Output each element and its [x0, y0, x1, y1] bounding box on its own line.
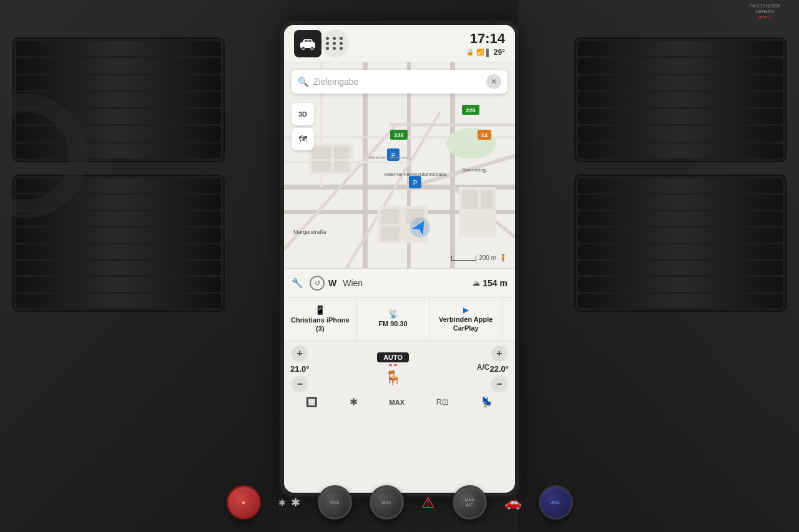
media-item-fm[interactable]: 📡 FM 90.30 — [357, 298, 430, 340]
left-temp-minus[interactable]: − — [292, 376, 308, 392]
svg-text:Margelstraße: Margelstraße — [293, 229, 326, 235]
main-screen: 17:14 🔒 📶 ▌ 29° — [284, 25, 515, 493]
map-area[interactable]: 228 228 14 P P Margelstraße Alberner Haf… — [284, 62, 515, 268]
svg-text:Alberner Hafenzu...: Alberner Hafenzu... — [368, 155, 411, 160]
media-item-extra[interactable] — [502, 298, 515, 340]
svg-text:Alberner Hafenzufahrtstraße: Alberner Hafenzufahrtstraße — [384, 172, 447, 177]
ac-control: A/C — [477, 363, 490, 375]
right-upper-vent — [574, 37, 787, 162]
max-ac-knob[interactable]: MAXA/C — [453, 485, 487, 520]
svg-point-2 — [311, 46, 314, 49]
volume-knob[interactable]: VOL — [318, 485, 352, 520]
nav-direction-text: W — [328, 278, 336, 288]
left-temp-value: 21.0° — [290, 364, 310, 374]
media-row: 📱 Christians iPhone (3) 📡 FM 90.30 ▶ Ver… — [284, 298, 515, 341]
climate-top-row: + 21.0° − AUTO 🪑 — [290, 346, 509, 392]
layers-button[interactable]: 🗺 — [292, 128, 314, 150]
left-knob-wrapper: ● — [227, 485, 261, 520]
apps-grid-button[interactable] — [321, 30, 349, 57]
status-icons: 🔒 📶 ▌ 29° — [466, 48, 505, 57]
seat-heat-icon[interactable]: 🪑 — [385, 370, 401, 386]
car-rear-icon[interactable]: 🚗 — [504, 495, 521, 511]
nav-info-bar: 🔧 ↺ W Wien ⛰ 154 m — [284, 268, 515, 298]
climate-section: + 21.0° − AUTO 🪑 — [284, 341, 515, 413]
climate-bottom-row: 🔲 ✱ MAX R⊡ 💺 — [290, 396, 509, 408]
ac-knob[interactable]: A/C — [539, 485, 573, 520]
lock-icon: 🔒 — [466, 49, 474, 56]
warning-triangle[interactable]: ⚠ — [421, 494, 435, 511]
max-ac-knob-wrapper: MAXA/C — [453, 485, 487, 520]
ac-knob-wrapper: A/C — [539, 485, 573, 520]
search-bar[interactable]: 🔍 Zieleingabe ✕ — [292, 70, 507, 94]
fan-minus-icon[interactable]: ✱ — [278, 498, 286, 508]
nav-city: Wien — [343, 278, 466, 288]
iphone-icon: 📱 — [315, 305, 325, 315]
svg-rect-27 — [381, 226, 400, 241]
ac-badge[interactable]: A/C — [477, 363, 490, 372]
close-search-button[interactable]: ✕ — [486, 74, 501, 89]
auto-badge[interactable]: AUTO — [377, 352, 409, 362]
scale-icon: 🧍 — [499, 254, 507, 262]
svg-rect-29 — [462, 190, 478, 209]
dash-left-panel — [0, 0, 281, 532]
right-temp-minus[interactable]: − — [491, 376, 507, 392]
right-lower-vent — [574, 175, 787, 312]
rear-defrost-icon[interactable]: R⊡ — [436, 397, 449, 407]
antenna-icon: 📡 — [388, 309, 398, 319]
map-controls: 3D 🗺 — [292, 103, 314, 150]
car-icon-header[interactable] — [294, 30, 321, 57]
left-temp-knob[interactable]: ● — [227, 485, 261, 520]
svg-rect-30 — [481, 190, 493, 209]
svg-text:P: P — [413, 180, 418, 186]
scale-bar: 200 m 🧍 — [451, 254, 507, 262]
right-temp-value: 22.0° — [489, 364, 509, 374]
svg-text:Simmering...: Simmering... — [462, 167, 490, 173]
carplay-media-top: ▶ — [463, 306, 469, 314]
battery-icon: ▌ — [486, 49, 491, 56]
media-item-iphone[interactable]: 📱 Christians iPhone (3) — [284, 298, 357, 340]
play-icon: ▶ — [463, 306, 469, 314]
bottom-controls-bar: ● ✱ ✱ VOL MAX ⚠ MAXA/C 🚗 A/C — [243, 485, 556, 520]
scale-label: 200 m — [479, 254, 496, 261]
media-item-carplay[interactable]: ▶ Verbinden Apple CarPlay — [429, 298, 502, 340]
max-fan-knob-wrapper: MAX — [370, 485, 404, 520]
scale-line — [451, 256, 476, 261]
fm-media-title: FM 90.30 — [378, 320, 407, 328]
signal-icon: 📶 — [476, 49, 484, 56]
svg-rect-21 — [334, 147, 350, 159]
svg-rect-23 — [334, 161, 350, 172]
right-temp-control: + 22.0° − — [489, 346, 509, 392]
carplay-media-title: Verbinden Apple CarPlay — [434, 316, 497, 332]
nav-direction: ↺ W — [310, 276, 336, 291]
nav-altitude: 154 m — [483, 278, 507, 288]
svg-point-1 — [302, 46, 305, 49]
mountain-icon: ⛰ — [473, 279, 480, 288]
svg-rect-20 — [312, 147, 331, 159]
fm-media-top: 📡 — [388, 309, 398, 319]
nav-circle: ↺ — [310, 276, 325, 291]
heated-windshield-icon[interactable]: 🔲 — [306, 397, 318, 408]
right-temp-plus[interactable]: + — [491, 346, 507, 362]
time-display: 17:14 — [470, 31, 505, 47]
left-temp-plus[interactable]: + — [292, 346, 308, 362]
nav-tools-icon[interactable]: 🔧 — [292, 278, 303, 289]
temp-display: 29° — [494, 48, 505, 57]
fan-controls: ✱ ✱ — [278, 496, 300, 510]
dash-right-panel: PASSENGER AIRBAG OFF ⚠ — [518, 0, 799, 532]
iphone-media-top: 📱 — [315, 305, 325, 315]
svg-rect-25 — [381, 209, 400, 225]
svg-rect-4 — [308, 40, 311, 42]
header-right: 17:14 🔒 📶 ▌ 29° — [466, 31, 505, 57]
seat-vent-icon[interactable]: 💺 — [481, 396, 493, 408]
3d-map-button[interactable]: 3D — [292, 103, 314, 125]
fan-plus-icon[interactable]: ✱ — [291, 496, 300, 510]
screen-header: 17:14 🔒 📶 ▌ 29° — [284, 25, 515, 62]
nav-elevation: ⛰ 154 m — [473, 278, 507, 288]
left-temp-control: + 21.0° − — [290, 346, 310, 392]
max-fan-label[interactable]: MAX — [390, 399, 404, 406]
max-fan-knob[interactable]: MAX — [370, 485, 404, 520]
fan-icon[interactable]: ✱ — [350, 396, 358, 408]
iphone-media-title: Christians iPhone (3) — [289, 316, 351, 332]
airbag-label: PASSENGER AIRBAG OFF ⚠ — [750, 3, 780, 21]
svg-rect-3 — [305, 40, 308, 42]
